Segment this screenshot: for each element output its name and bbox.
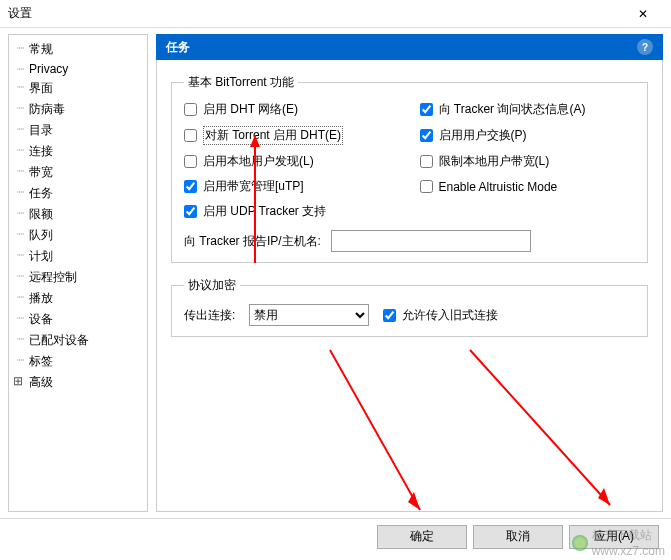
sidebar-item-12[interactable]: 播放 [9,288,147,309]
ok-button[interactable]: 确定 [377,525,467,549]
checkbox-tracker[interactable] [420,103,433,116]
checkbox-pex[interactable] [420,129,433,142]
sidebar-item-4[interactable]: 目录 [9,120,147,141]
option-utp[interactable]: 启用带宽管理[uTP] [184,178,400,195]
checkbox-utp[interactable] [184,180,197,193]
watermark-logo-icon [572,535,588,551]
sidebar-item-8[interactable]: 限额 [9,204,147,225]
label-pex: 启用用户交换(P) [439,127,527,144]
ip-input[interactable] [331,230,531,252]
option-limit-local[interactable]: 限制本地用户带宽(L) [420,153,636,170]
group-basic-legend: 基本 BitTorrent 功能 [184,74,298,91]
sidebar-item-9[interactable]: 队列 [9,225,147,246]
checkbox-udp-tracker[interactable] [184,205,197,218]
label-dht-new: 对新 Torrent 启用 DHT(E) [203,126,343,145]
sidebar-item-16[interactable]: 高级 [9,372,147,393]
option-lpd[interactable]: 启用本地用户发现(L) [184,153,400,170]
close-icon: ✕ [638,7,648,21]
sidebar-item-5[interactable]: 连接 [9,141,147,162]
sidebar-item-11[interactable]: 远程控制 [9,267,147,288]
sidebar-item-6[interactable]: 带宽 [9,162,147,183]
watermark: 极光下载站 www.xz7.com [572,527,665,558]
watermark-url: www.xz7.com [592,544,665,558]
watermark-text: 极光下载站 [592,527,665,544]
page-title: 任务 [166,39,190,56]
sidebar-item-15[interactable]: 标签 [9,351,147,372]
label-allow-incoming: 允许传入旧式连接 [402,307,498,324]
group-encryption-legend: 协议加密 [184,277,240,294]
sidebar-item-3[interactable]: 防病毒 [9,99,147,120]
outgoing-select[interactable]: 禁用 [249,304,369,326]
option-tracker[interactable]: 向 Tracker 询问状态信息(A) [420,101,636,118]
close-button[interactable]: ✕ [623,0,663,28]
option-dht[interactable]: 启用 DHT 网络(E) [184,101,400,118]
label-altruistic: Enable Altruistic Mode [439,180,558,194]
option-pex[interactable]: 启用用户交换(P) [420,126,636,145]
checkbox-dht[interactable] [184,103,197,116]
sidebar-item-10[interactable]: 计划 [9,246,147,267]
ip-row: 向 Tracker 报告IP/主机名: [184,230,635,252]
window-title: 设置 [8,5,623,22]
sidebar-item-7[interactable]: 任务 [9,183,147,204]
sidebar-item-13[interactable]: 设备 [9,309,147,330]
cancel-button[interactable]: 取消 [473,525,563,549]
footer: 确定 取消 应用(A) [0,518,671,554]
checkbox-dht-new[interactable] [184,129,197,142]
help-icon[interactable]: ? [637,39,653,55]
sidebar-item-14[interactable]: 已配对设备 [9,330,147,351]
option-allow-incoming[interactable]: 允许传入旧式连接 [383,307,498,324]
content-pane: 任务 ? 基本 BitTorrent 功能 启用 DHT 网络(E) 向 Tra… [156,34,663,512]
option-udp-tracker[interactable]: 启用 UDP Tracker 支持 [184,203,400,220]
label-lpd: 启用本地用户发现(L) [203,153,314,170]
outgoing-label: 传出连接: [184,307,235,324]
option-dht-new[interactable]: 对新 Torrent 启用 DHT(E) [184,126,400,145]
ip-label: 向 Tracker 报告IP/主机名: [184,233,321,250]
label-dht: 启用 DHT 网络(E) [203,101,298,118]
titlebar: 设置 ✕ [0,0,671,28]
sidebar-item-0[interactable]: 常规 [9,39,147,60]
checkbox-allow-incoming[interactable] [383,309,396,322]
sidebar-item-2[interactable]: 界面 [9,78,147,99]
content-header: 任务 ? [156,34,663,60]
checkbox-limit-local[interactable] [420,155,433,168]
sidebar-item-1[interactable]: Privacy [9,60,147,78]
label-tracker: 向 Tracker 询问状态信息(A) [439,101,586,118]
group-encryption: 协议加密 传出连接: 禁用 允许传入旧式连接 [171,277,648,337]
label-utp: 启用带宽管理[uTP] [203,178,304,195]
label-limit-local: 限制本地用户带宽(L) [439,153,550,170]
checkbox-lpd[interactable] [184,155,197,168]
option-altruistic[interactable]: Enable Altruistic Mode [420,178,636,195]
group-basic: 基本 BitTorrent 功能 启用 DHT 网络(E) 向 Tracker … [171,74,648,263]
checkbox-altruistic[interactable] [420,180,433,193]
label-udp-tracker: 启用 UDP Tracker 支持 [203,203,326,220]
sidebar: 常规Privacy界面防病毒目录连接带宽任务限额队列计划远程控制播放设备已配对设… [8,34,148,512]
